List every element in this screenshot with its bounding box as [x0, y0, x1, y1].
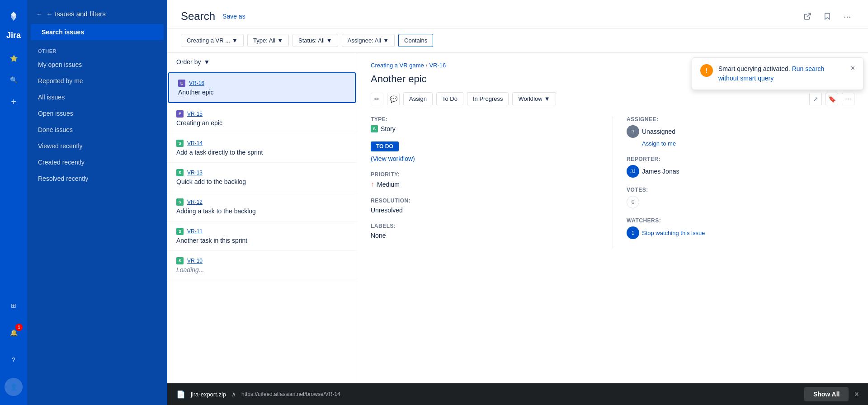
- sidebar-item-my-open-issues[interactable]: My open issues: [27, 57, 167, 73]
- reporter-field: Reporter: JJ James Jonas: [627, 156, 854, 178]
- search-icon[interactable]: 🔍: [5, 71, 23, 89]
- expand-icon[interactable]: ∧: [231, 391, 236, 398]
- issue-id: VR-13: [187, 170, 203, 176]
- watch-icon[interactable]: 🔖: [826, 93, 838, 105]
- more-header-icon[interactable]: ···: [840, 9, 854, 24]
- user-avatar[interactable]: 👤: [5, 378, 23, 396]
- reporter-avatar: JJ: [627, 165, 639, 178]
- back-icon: ←: [36, 10, 42, 18]
- share-icon[interactable]: ↗: [809, 93, 822, 105]
- issue-id: VR-16: [189, 80, 204, 86]
- project-filter[interactable]: Creating a VR ... ▼: [181, 34, 244, 47]
- votes-badge[interactable]: 0: [627, 196, 639, 208]
- story-icon: S: [176, 257, 184, 264]
- issue-item-vr11[interactable]: S VR-11 Another task in this sprint: [167, 221, 357, 251]
- sidebar-item-open-issues[interactable]: Open issues: [27, 105, 167, 122]
- sidebar: Jira ⭐ 🔍 + ⊞ 🔔 1 ? 👤: [0, 0, 167, 405]
- view-workflow-link[interactable]: (View workflow): [371, 155, 415, 162]
- sidebar-item-viewed-recently[interactable]: Viewed recently: [27, 138, 167, 154]
- issue-item-vr14[interactable]: S VR-14 Add a task directly to the sprin…: [167, 133, 357, 163]
- home-icon[interactable]: ⭐: [5, 49, 23, 67]
- status-filter[interactable]: Status: All ▼: [292, 34, 338, 47]
- sidebar-item-resolved-recently[interactable]: Resolved recently: [27, 170, 167, 187]
- assign-button[interactable]: Assign: [403, 92, 433, 105]
- edit-icon[interactable]: ✏: [371, 93, 383, 105]
- breadcrumb-issue-id[interactable]: VR-16: [429, 62, 446, 69]
- issue-id: VR-15: [187, 111, 203, 117]
- issue-item-vr16[interactable]: E VR-16 Another epic: [168, 72, 356, 103]
- issue-id: VR-12: [187, 199, 203, 205]
- chevron-down-icon: ▼: [277, 37, 283, 44]
- help-icon[interactable]: ?: [5, 351, 23, 369]
- add-icon[interactable]: +: [5, 93, 23, 111]
- status-badge: TO DO: [371, 141, 399, 151]
- detail-panel: Creating a VR game / VR-16 1 of 16 ▲ ▼ A…: [357, 53, 868, 383]
- sidebar-item-all-issues[interactable]: All issues: [27, 89, 167, 105]
- issue-id: VR-11: [187, 228, 203, 235]
- bookmark-header-icon[interactable]: [820, 9, 835, 24]
- watchers-field: Watchers: 1 Stop watching this issue: [627, 217, 854, 239]
- assign-to-me-link[interactable]: Assign to me: [642, 140, 676, 147]
- issue-item-vr10[interactable]: S VR-10 Loading...: [167, 251, 357, 280]
- issue-item-vr12[interactable]: S VR-12 Adding a task to the backlog: [167, 192, 357, 221]
- jira-logo[interactable]: [5, 7, 23, 25]
- story-icon: S: [176, 228, 184, 235]
- download-filename: jira-export.zip: [191, 391, 226, 398]
- file-icon: 📄: [176, 390, 185, 399]
- bottom-close-icon[interactable]: ×: [854, 390, 859, 399]
- bottom-bar: 📄 jira-export.zip ∧ https://uifeed.atlas…: [167, 383, 868, 405]
- page-title: Search: [181, 10, 215, 23]
- chevron-down-icon: ▼: [383, 37, 389, 44]
- apps-icon[interactable]: ⊞: [5, 297, 23, 315]
- issue-id: VR-10: [187, 258, 203, 264]
- sidebar-item-reported-by-me[interactable]: Reported by me: [27, 73, 167, 89]
- comment-icon[interactable]: 💬: [387, 93, 400, 105]
- issue-item-vr13[interactable]: S VR-13 Quick add to the backlog: [167, 163, 357, 192]
- labels-value: None: [371, 232, 599, 239]
- story-icon: S: [176, 198, 184, 206]
- detail-fields: Type: S Story TO DO (View workflow: [371, 116, 854, 248]
- order-by-control[interactable]: Order by ▼: [167, 53, 357, 71]
- breadcrumb-project[interactable]: Creating a VR game: [371, 62, 424, 69]
- search-issues-nav-item[interactable]: Search issues: [31, 24, 164, 40]
- show-all-button[interactable]: Show All: [804, 387, 849, 401]
- type-story-icon: S: [371, 125, 378, 132]
- epic-icon: E: [178, 80, 185, 87]
- chevron-down-icon: ▼: [203, 58, 210, 66]
- sidebar-nav-panel: ← ← Issues and filters Search issues OTH…: [27, 0, 167, 405]
- share-header-icon[interactable]: [800, 9, 815, 24]
- issue-title: Another task in this sprint: [176, 237, 348, 244]
- issue-item-vr15[interactable]: E VR-15 Creating an epic: [167, 104, 357, 133]
- priority-field: Priority: ↑ Medium: [371, 171, 599, 188]
- banner-close-icon[interactable]: ×: [851, 64, 855, 72]
- issue-items-list: E VR-16 Another epic E VR-15 Creating an…: [167, 71, 357, 383]
- status-url: https://uifeed.atlassian.net/browse/VR-1…: [241, 391, 340, 397]
- workflow-button[interactable]: Workflow ▼: [512, 92, 556, 105]
- assignee-filter[interactable]: Assignee: All ▼: [342, 34, 395, 47]
- issues-and-filters-nav[interactable]: ← ← Issues and filters: [27, 5, 167, 23]
- issue-title: Add a task directly to the sprint: [176, 149, 348, 156]
- save-as-button[interactable]: Save as: [222, 13, 245, 20]
- type-filter[interactable]: Type: All ▼: [247, 34, 289, 47]
- sidebar-icons-column: Jira ⭐ 🔍 + ⊞ 🔔 1 ? 👤: [0, 0, 27, 405]
- main-content: Search Save as ··· Creating a VR ... ▼ T…: [167, 0, 868, 405]
- resolution-value: Unresolved: [371, 207, 599, 214]
- in-progress-button[interactable]: In Progress: [467, 92, 509, 105]
- story-icon: S: [176, 169, 184, 176]
- priority-icon: ↑: [371, 180, 374, 188]
- sidebar-item-done-issues[interactable]: Done issues: [27, 122, 167, 138]
- contains-filter[interactable]: Contains: [398, 34, 433, 47]
- detail-actions: ✏ 💬 Assign To Do In Progress Workflow ▼ …: [371, 92, 854, 105]
- chevron-down-icon: ▼: [232, 37, 238, 44]
- more-actions-icon[interactable]: ···: [842, 93, 854, 105]
- notification-icon[interactable]: 🔔 1: [5, 324, 23, 342]
- labels-field: Labels: None: [371, 223, 599, 239]
- detail-section-right: Assignee: ? Unassigned Assign to me Repo…: [613, 116, 854, 248]
- app-title: Jira: [6, 31, 21, 40]
- page-header: Search Save as ···: [167, 0, 868, 28]
- type-value: Story: [381, 125, 396, 132]
- stop-watching-link[interactable]: Stop watching this issue: [642, 230, 705, 236]
- priority-value: Medium: [377, 181, 400, 188]
- todo-button[interactable]: To Do: [436, 92, 463, 105]
- sidebar-item-created-recently[interactable]: Created recently: [27, 154, 167, 170]
